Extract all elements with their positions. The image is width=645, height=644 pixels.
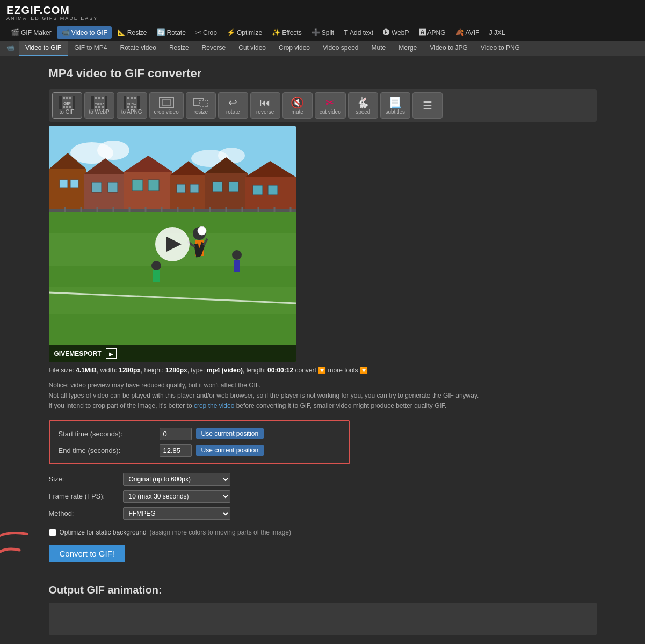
nav-avif-label: AVIF — [466, 29, 480, 36]
crop-video-link[interactable]: crop the video — [194, 402, 234, 409]
start-time-input[interactable] — [160, 428, 192, 440]
webp-icon: 🅦 — [383, 28, 390, 36]
nav-add-text[interactable]: T Add text — [339, 26, 378, 39]
nav-gif-maker[interactable]: 🎬 GIF Maker — [6, 26, 56, 39]
convert-button[interactable]: Convert to GIF! — [49, 545, 126, 562]
nav-apng-label: APNG — [427, 29, 446, 36]
end-time-input[interactable] — [160, 444, 192, 457]
subnav-reverse[interactable]: Reverse — [195, 41, 233, 56]
nav-avif[interactable]: 🍂 AVIF — [451, 26, 484, 39]
svg-rect-2 — [73, 96, 75, 109]
subnav-mute[interactable]: Mute — [365, 41, 393, 56]
nav-optimize[interactable]: ⚡ Optimize — [222, 26, 266, 39]
video-bottom-bar: GIVEMESPORT — [49, 345, 296, 362]
subnav-video-speed[interactable]: Video speed — [316, 41, 365, 56]
nav-jxl[interactable]: J JXL — [484, 26, 509, 39]
toolbar-resize[interactable]: resize — [186, 92, 216, 119]
split-icon: ➕ — [311, 28, 320, 36]
svg-rect-92 — [234, 260, 240, 272]
end-time-label: End time (seconds): — [59, 447, 155, 455]
svg-text:APNG: APNG — [127, 102, 136, 105]
play-button[interactable] — [155, 227, 190, 261]
svg-rect-13 — [95, 97, 97, 99]
subtitles-icon: 📃 — [388, 96, 402, 109]
toolbar-crop-video[interactable]: crop video — [149, 92, 184, 119]
svg-rect-21 — [124, 96, 126, 109]
toolbar-to-webp[interactable]: WebP to WebP — [84, 92, 114, 119]
subnav-crop-video[interactable]: Crop video — [272, 41, 316, 56]
file-type: mp4 (video) — [207, 367, 243, 374]
nav-split-label: Split — [322, 29, 334, 36]
svg-rect-23 — [127, 97, 129, 99]
svg-rect-8 — [69, 106, 71, 108]
avif-icon: 🍂 — [455, 28, 464, 36]
svg-rect-53 — [177, 184, 185, 193]
svg-rect-27 — [131, 106, 133, 108]
svg-rect-33 — [199, 100, 208, 107]
method-select[interactable]: FFMPEG ImageMagick — [123, 507, 230, 520]
svg-rect-90 — [153, 270, 160, 282]
svg-rect-11 — [91, 96, 94, 109]
file-length: 00:00:12 — [267, 367, 293, 374]
speed-icon: 🐇 — [356, 96, 369, 109]
subnav-rotate-video[interactable]: Rotate video — [114, 41, 163, 56]
svg-point-89 — [151, 261, 161, 270]
subnav-video-to-png[interactable]: Video to PNG — [474, 41, 526, 56]
subnav-video-to-gif[interactable]: Video to GIF — [19, 41, 68, 56]
effects-icon: ✨ — [272, 28, 280, 36]
logo-sub: ANIMATED GIFS MADE EASY — [6, 16, 639, 21]
size-select[interactable]: Original (up to 600px) 320px 480px 640px — [123, 473, 230, 486]
subnav-merge[interactable]: Merge — [392, 41, 423, 56]
fps-select[interactable]: 10 (max 30 seconds) 15 (max 20 seconds) … — [123, 490, 230, 503]
toolbar-to-gif[interactable]: GIF to GIF — [52, 92, 82, 119]
toolbar-mute[interactable]: 🔇 mute — [282, 92, 313, 119]
use-position-start-button[interactable]: Use current position — [196, 428, 264, 439]
subnav-icon[interactable]: 📹 — [2, 41, 19, 56]
play-small-button[interactable] — [106, 348, 117, 359]
svg-rect-43 — [84, 174, 127, 212]
optimize-checkbox[interactable] — [49, 529, 56, 536]
nav-video-to-gif[interactable]: 📹 Video to GIF — [57, 26, 112, 39]
start-time-label: Start time (seconds): — [59, 430, 155, 438]
toolbar-cut-video-label: cut video — [320, 109, 341, 115]
nav-apng[interactable]: 🅰 APNG — [415, 26, 450, 39]
nav-rotate[interactable]: 🔄 Rotate — [153, 26, 190, 39]
toolbar-subtitles[interactable]: 📃 subtitles — [380, 92, 410, 119]
subnav-resize[interactable]: Resize — [163, 41, 195, 56]
toolbar: GIF to GIF WebP to WebP — [49, 89, 597, 122]
toolbar-to-gif-label: to GIF — [60, 109, 75, 115]
scissors-icon: ✂ — [325, 96, 335, 109]
svg-rect-28 — [134, 106, 136, 108]
size-label: Size: — [49, 475, 119, 483]
add-text-icon: T — [344, 28, 348, 36]
nav-webp[interactable]: 🅦 WebP — [379, 26, 413, 39]
use-position-end-button[interactable]: Use current position — [196, 445, 264, 456]
toolbar-speed[interactable]: 🐇 speed — [348, 92, 378, 119]
toolbar-more[interactable]: ☰ — [412, 92, 443, 119]
notices: Notice: video preview may have reduced q… — [49, 380, 597, 412]
optimize-label[interactable]: Optimize for static background — [60, 529, 147, 536]
svg-rect-61 — [253, 185, 263, 195]
toolbar-reverse[interactable]: ⏮ reverse — [250, 92, 280, 119]
toolbar-to-apng[interactable]: APNG to APNG — [117, 92, 147, 119]
subnav-video-to-jpg[interactable]: Video to JPG — [423, 41, 474, 56]
subnav-gif-to-mp4[interactable]: GIF to MP4 — [68, 41, 113, 56]
nav-resize[interactable]: 📐 Resize — [113, 26, 151, 39]
givemesport-label: GIVEMESPORT — [54, 350, 102, 357]
svg-rect-6 — [63, 106, 65, 108]
nav-crop[interactable]: ✂ Crop — [191, 26, 221, 39]
file-width: 1280px — [119, 367, 141, 374]
file-size: 4.1MiB — [76, 367, 97, 374]
toolbar-cut-video[interactable]: ✂ cut video — [315, 92, 346, 119]
toolbar-rotate[interactable]: ↩ rotate — [218, 92, 248, 119]
svg-text:GIF: GIF — [63, 101, 70, 106]
optimize-note: (assign more colors to moving parts of t… — [150, 529, 291, 536]
optimize-icon: ⚡ — [227, 28, 235, 36]
nav-effects[interactable]: ✨ Effects — [267, 26, 306, 39]
nav-split[interactable]: ➕ Split — [307, 26, 338, 39]
method-label: Method: — [49, 509, 119, 517]
subnav-cut-video[interactable]: Cut video — [232, 41, 272, 56]
toolbar-subtitles-label: subtitles — [385, 109, 405, 115]
file-info: File size: 4.1MiB, width: 1280px, height… — [49, 367, 597, 374]
nav-add-text-label: Add text — [350, 29, 373, 36]
